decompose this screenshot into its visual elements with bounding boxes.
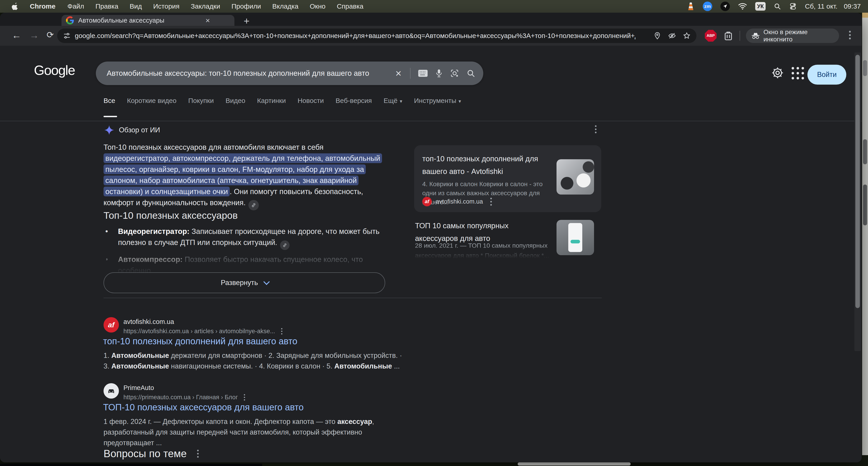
address-bar[interactable]: google.com/search?q=Автомобильные+аксесс… bbox=[57, 29, 696, 43]
menu-chrome[interactable]: Chrome bbox=[24, 2, 62, 10]
search-submit-icon[interactable] bbox=[467, 69, 475, 78]
google-logo[interactable]: Google bbox=[34, 62, 75, 78]
expand-button[interactable]: Развернуть bbox=[103, 272, 385, 293]
vlc-icon[interactable] bbox=[687, 2, 694, 11]
chrome-window: Автомобильные аксессуары × + ← → ⟳ googl… bbox=[0, 13, 862, 462]
menu-bookmarks[interactable]: Закладки bbox=[185, 2, 226, 10]
chevron-down-icon bbox=[264, 279, 270, 285]
keyboard-layout-badge[interactable]: УК bbox=[755, 2, 766, 11]
ai-section-heading: Топ-10 полезных аксессуаров bbox=[103, 210, 238, 221]
site-info-icon[interactable] bbox=[63, 32, 71, 39]
avtofishki-favicon: af bbox=[422, 197, 432, 206]
active-tab-underline bbox=[103, 116, 117, 117]
result-url[interactable]: https://primeauto.com.ua › Главная › Бло… bbox=[123, 394, 245, 401]
tab-all[interactable]: Все bbox=[103, 97, 115, 105]
clear-search-icon[interactable]: × bbox=[395, 68, 401, 79]
menu-edit[interactable]: Правка bbox=[90, 2, 124, 10]
search-results-page: Google Автомобильные аксессуары: топ-10 … bbox=[0, 46, 862, 462]
apple-menu[interactable] bbox=[9, 2, 24, 10]
background-shadow bbox=[0, 464, 262, 466]
menu-tab[interactable]: Вкладка bbox=[267, 2, 304, 10]
chevron-down-icon: ▾ bbox=[400, 98, 402, 104]
tab-tools[interactable]: Инструменты▾ bbox=[414, 97, 461, 105]
ai-bullet-item: • Видеорегистратор: Записывает происходя… bbox=[106, 226, 389, 250]
location-pin-icon[interactable] bbox=[653, 32, 661, 39]
incognito-badge: Окно в режиме инкогнито bbox=[746, 29, 839, 43]
tab-images[interactable]: Картинки bbox=[257, 97, 286, 105]
citation-link-icon[interactable] bbox=[248, 200, 259, 210]
menu-bar-date[interactable]: Сб, 11 окт. bbox=[805, 2, 837, 10]
card-title[interactable]: топ-10 полезных дополнений для вашего ав… bbox=[422, 152, 553, 178]
card-thumbnail[interactable] bbox=[557, 159, 594, 195]
tab-title: Автомобильные аксессуары bbox=[78, 17, 202, 24]
result-title-link[interactable]: ТОП-10 полезных аксессуаров для вашего а… bbox=[103, 402, 304, 412]
chevron-down-icon: ▾ bbox=[459, 98, 461, 104]
search-filter-tabs: Все Короткие видео Покупки Видео Картинк… bbox=[103, 97, 461, 105]
bullet-term: Автокомпрессор: bbox=[118, 255, 183, 264]
back-button[interactable]: ← bbox=[12, 30, 21, 41]
location-services-icon[interactable] bbox=[720, 2, 730, 11]
related-menu-icon[interactable] bbox=[197, 450, 199, 458]
settings-gear-icon[interactable] bbox=[771, 66, 784, 79]
tab-more[interactable]: Ещё▾ bbox=[383, 97, 402, 105]
voice-search-icon[interactable] bbox=[435, 69, 442, 78]
result-snippet: 1. Автомобильные держатели для смартфоно… bbox=[103, 350, 406, 372]
menu-file[interactable]: Файл bbox=[62, 2, 90, 10]
menu-help[interactable]: Справка bbox=[331, 2, 369, 10]
extension-icon[interactable] bbox=[723, 30, 734, 41]
menu-history[interactable]: История bbox=[148, 2, 185, 10]
ai-overview-paragraph: Топ-10 полезных аксессуаров для автомоби… bbox=[103, 142, 391, 210]
scrollbar-thumb[interactable] bbox=[855, 55, 860, 308]
keyboard-icon[interactable] bbox=[418, 69, 428, 77]
tab-close-icon[interactable]: × bbox=[206, 17, 210, 24]
search-box[interactable]: Автомобильные аксессуары: топ-10 полезны… bbox=[96, 61, 483, 85]
bookmark-star-icon[interactable] bbox=[683, 32, 690, 39]
card-thumbnail[interactable] bbox=[557, 220, 594, 255]
ai-sparkle-icon bbox=[104, 125, 114, 135]
wifi-icon[interactable] bbox=[738, 3, 747, 10]
control-center-icon[interactable] bbox=[789, 2, 797, 10]
sign-in-button[interactable]: Войти bbox=[807, 65, 846, 85]
zoom-app-icon[interactable]: zm bbox=[703, 2, 712, 11]
section-divider bbox=[103, 298, 602, 298]
forward-button[interactable]: → bbox=[29, 30, 39, 41]
result-url[interactable]: https://avtofishki.com.ua › articles › a… bbox=[123, 327, 283, 335]
ai-overview-menu-icon[interactable] bbox=[595, 125, 596, 133]
new-tab-button[interactable]: + bbox=[244, 16, 250, 27]
menu-window[interactable]: Окно bbox=[304, 2, 331, 10]
incognito-label: Окно в режиме инкогнито bbox=[763, 29, 834, 43]
menu-view[interactable]: Вид bbox=[124, 2, 147, 10]
eye-off-icon[interactable] bbox=[668, 32, 676, 39]
tab-videos[interactable]: Видео bbox=[225, 97, 246, 105]
menu-bar-time[interactable]: 09:37 bbox=[844, 2, 861, 10]
chrome-menu-icon[interactable] bbox=[849, 31, 851, 39]
ai-text: Топ-10 полезных аксессуаров для автомоби… bbox=[103, 143, 323, 151]
spotlight-search-icon[interactable] bbox=[774, 3, 781, 10]
card-menu-icon[interactable] bbox=[490, 198, 492, 206]
toolbar-separator bbox=[740, 31, 740, 41]
result-favicon bbox=[103, 383, 119, 399]
car-icon bbox=[107, 387, 116, 395]
card-source: avtofishki.com.ua bbox=[436, 198, 483, 205]
result-title-link[interactable]: топ-10 полезных дополнений для вашего ав… bbox=[103, 336, 298, 346]
result-site-name[interactable]: PrimeAuto bbox=[123, 384, 154, 391]
background-window bbox=[862, 13, 868, 455]
background-window-edge bbox=[518, 462, 631, 466]
tab-shopping[interactable]: Покупки bbox=[188, 97, 214, 105]
result-menu-icon[interactable] bbox=[281, 328, 282, 334]
adblock-extension-icon[interactable]: ABP bbox=[705, 30, 717, 41]
search-query-text: Автомобильные аксессуары: топ-10 полезны… bbox=[107, 69, 385, 78]
tab-web[interactable]: Веб-версия bbox=[336, 97, 372, 105]
search-separator bbox=[410, 68, 410, 79]
lens-search-icon[interactable] bbox=[450, 69, 459, 78]
google-apps-icon[interactable] bbox=[792, 67, 805, 80]
tab-news[interactable]: Новости bbox=[298, 97, 324, 105]
menu-profiles[interactable]: Профили bbox=[226, 2, 267, 10]
reload-button[interactable]: ⟳ bbox=[46, 30, 54, 40]
tab-short-videos[interactable]: Короткие видео bbox=[127, 97, 177, 105]
url-text: google.com/search?q=Автомобильные+аксесс… bbox=[75, 32, 636, 39]
result-menu-icon[interactable] bbox=[244, 394, 245, 401]
citation-link-icon[interactable] bbox=[280, 240, 289, 250]
browser-tab[interactable]: Автомобильные аксессуары × bbox=[61, 15, 235, 26]
result-site-name[interactable]: avtofishki.com.ua bbox=[123, 318, 174, 325]
